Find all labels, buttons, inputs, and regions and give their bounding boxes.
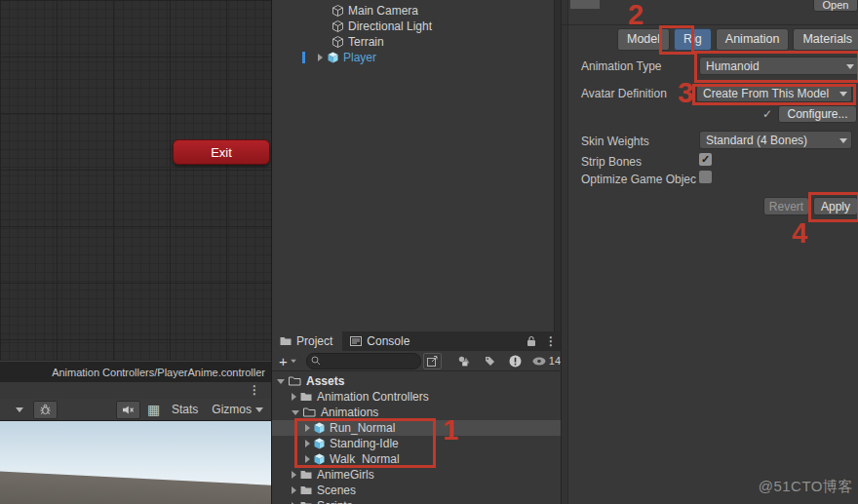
create-asset-button[interactable]: +	[279, 353, 297, 369]
controller-path-text: Animation Controllers/PlayerAnime.contro…	[52, 367, 265, 378]
kebab-menu-icon[interactable]: ⋮	[249, 383, 260, 397]
avatar-definition-label: Avatar Definition	[581, 87, 667, 100]
lock-icon[interactable]	[526, 335, 536, 347]
avatar-valid-check-icon: ✓	[762, 107, 772, 121]
debug-bug-button[interactable]	[33, 401, 58, 419]
hierarchy-item-label: Terrain	[348, 35, 384, 49]
tree-item-animegirls[interactable]: AnimeGirls	[272, 467, 561, 483]
tab-console[interactable]: Console	[342, 331, 419, 351]
hierarchy-item-directional-light[interactable]: Directional Light	[272, 19, 561, 34]
animation-type-dropdown[interactable]: Humanoid	[699, 57, 858, 75]
tree-item-label: Walk_Normal	[330, 452, 400, 466]
game-view[interactable]	[0, 421, 271, 504]
skin-weights-dropdown[interactable]: Standard (4 Bones)	[699, 131, 852, 149]
gameobject-cube-icon	[332, 36, 343, 48]
kebab-menu-icon[interactable]: ⋮	[545, 334, 557, 348]
folder-icon	[300, 485, 312, 495]
dropdown-value: Standard (4 Bones)	[706, 134, 807, 147]
middle-column: Main Camera Directional Light Terrain	[272, 0, 561, 504]
open-external-icon	[427, 356, 438, 367]
animation-type-label: Animation Type	[581, 59, 662, 73]
animator-grid-canvas[interactable]: Exit	[0, 0, 271, 361]
folder-icon	[300, 470, 312, 480]
mute-audio-button[interactable]	[116, 401, 140, 419]
model-asset-icon	[314, 438, 325, 449]
strip-bones-checkbox[interactable]: ✓	[699, 153, 712, 166]
foldout-collapsed-icon[interactable]	[292, 486, 296, 494]
avatar-definition-dropdown[interactable]: Create From This Model	[696, 84, 852, 102]
gameobject-cube-icon	[332, 5, 343, 17]
chevron-down-icon	[846, 64, 854, 69]
foldout-collapsed-icon[interactable]	[292, 393, 296, 401]
tree-item-label: Run_Normal	[330, 421, 395, 435]
search-box	[306, 353, 421, 369]
display-dropdown-icon[interactable]	[16, 407, 23, 412]
search-input[interactable]	[324, 355, 406, 367]
stats-button[interactable]: Stats	[165, 401, 205, 419]
open-button[interactable]: Open	[813, 0, 858, 12]
tree-item-walk-normal[interactable]: Walk_Normal	[272, 451, 561, 467]
foldout-collapsed-icon[interactable]	[292, 471, 296, 479]
configure-button[interactable]: Configure...	[778, 105, 857, 123]
model-asset-icon	[314, 453, 325, 465]
folder-open-icon	[303, 407, 316, 417]
filter-by-label-button[interactable]	[481, 353, 498, 369]
hierarchy-item-terrain[interactable]: Terrain	[272, 34, 561, 50]
apply-button[interactable]: Apply	[813, 197, 858, 215]
speaker-muted-icon	[122, 405, 135, 415]
gizmos-button[interactable]: Gizmos	[205, 401, 255, 419]
foldout-collapsed-icon[interactable]	[318, 54, 323, 61]
visibility-toggle[interactable]: 14	[532, 355, 561, 367]
optimize-game-object-checkbox[interactable]	[699, 171, 712, 183]
tree-item-assets[interactable]: Assets	[272, 373, 561, 389]
filter-by-type-button[interactable]	[455, 353, 473, 369]
chevron-down-icon	[839, 92, 847, 97]
hierarchy-panel: Main Camera Directional Light Terrain	[272, 0, 561, 331]
tree-item-scenes[interactable]: Scenes	[272, 483, 561, 498]
gizmos-dropdown-icon[interactable]	[255, 407, 263, 412]
foldout-collapsed-icon[interactable]	[305, 440, 310, 447]
tree-item-standing-idle[interactable]: Standing-Idle	[272, 436, 561, 451]
tab-project[interactable]: Project	[272, 331, 342, 351]
chevron-down-icon	[839, 138, 847, 143]
folder-open-icon	[289, 376, 301, 386]
tree-item-label: Scenes	[317, 484, 356, 497]
tree-item-scripts[interactable]: Scripts	[272, 498, 561, 504]
inspector-scrollbar[interactable]	[562, 0, 568, 504]
folder-icon	[300, 392, 312, 402]
foldout-expanded-icon[interactable]	[292, 410, 299, 415]
foldout-collapsed-icon[interactable]	[305, 424, 310, 432]
tab-materials[interactable]: Materials	[793, 28, 858, 51]
foldout-expanded-icon[interactable]	[277, 379, 285, 384]
dropdown-value: Humanoid	[706, 59, 760, 73]
tree-item-label: Standing-Idle	[330, 437, 399, 450]
hierarchy-item-main-camera[interactable]: Main Camera	[272, 3, 561, 19]
tree-item-animations[interactable]: Animations	[272, 405, 561, 420]
open-search-window-button[interactable]	[423, 353, 441, 369]
inspector-panel: Open Model Rig Animation Materials Anima…	[561, 0, 858, 504]
search-icon	[311, 356, 321, 366]
tab-model[interactable]: Model	[617, 28, 670, 51]
keyboard-shortcuts-button[interactable]: ▦	[142, 401, 165, 419]
tree-item-label: AnimeGirls	[317, 468, 374, 482]
project-tab-bar: Project Console ⋮	[272, 331, 561, 351]
eye-icon	[532, 357, 546, 366]
hierarchy-item-label: Player	[343, 51, 376, 64]
foldout-collapsed-icon[interactable]	[305, 455, 310, 463]
tab-animation[interactable]: Animation	[716, 28, 790, 51]
tree-item-run-normal[interactable]: Run_Normal	[272, 420, 561, 436]
tree-item-animation-controllers[interactable]: Animation Controllers	[272, 389, 561, 405]
tab-rig[interactable]: Rig	[674, 28, 712, 51]
hierarchy-item-player[interactable]: Player ❯	[272, 50, 561, 65]
game-view-toolbar: ▦ Stats Gizmos	[0, 399, 271, 421]
visible-count: 14	[549, 355, 561, 367]
hierarchy-scrollbar[interactable]	[554, 0, 561, 331]
hidden-assets-button[interactable]	[506, 353, 524, 369]
revert-button[interactable]: Revert	[763, 197, 809, 215]
prefab-cube-icon	[328, 52, 338, 63]
game-terrain-ground	[0, 471, 271, 504]
console-icon	[350, 336, 362, 346]
exit-button[interactable]: Exit	[173, 139, 270, 165]
dropdown-value: Create From This Model	[703, 87, 829, 100]
hierarchy-item-label: Directional Light	[348, 19, 432, 33]
